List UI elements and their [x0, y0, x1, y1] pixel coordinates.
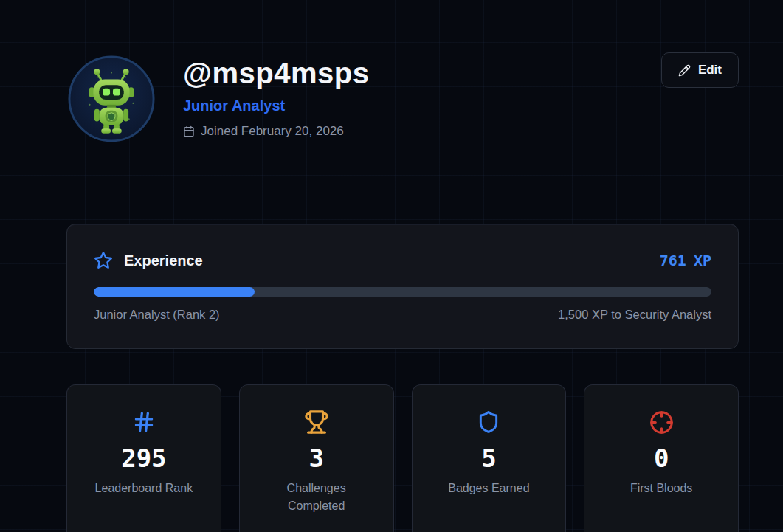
- next-rank-label: 1,500 XP to Security Analyst: [558, 308, 711, 322]
- experience-header: Experience 761XP: [94, 251, 711, 270]
- xp-progress-bar: [94, 287, 711, 297]
- stat-card: 295 Leaderboard Rank: [66, 384, 221, 532]
- experience-title: Experience: [124, 252, 203, 269]
- stat-value: 3: [240, 443, 393, 474]
- joined-date-label: Joined February 20, 2026: [201, 124, 344, 139]
- stats-grid: 295 Leaderboard Rank 3 Challenges Comple…: [66, 384, 739, 532]
- rank-title: Junior Analyst: [183, 97, 370, 114]
- star-icon: [94, 251, 113, 270]
- pencil-icon: [678, 64, 691, 77]
- stat-card: 3 Challenges Completed: [239, 384, 394, 532]
- stat-value: 5: [413, 443, 566, 474]
- stat-card: 5 Badges Earned: [412, 384, 567, 532]
- stat-card: 0 First Bloods: [584, 384, 739, 532]
- xp-progress-fill: [94, 287, 255, 297]
- calendar-icon: [183, 125, 195, 137]
- stat-label: First Bloods: [584, 480, 738, 497]
- xp-unit: XP: [694, 252, 711, 269]
- experience-footer: Junior Analyst (Rank 2) 1,500 XP to Secu…: [94, 308, 711, 322]
- current-rank-label: Junior Analyst (Rank 2): [94, 308, 220, 322]
- shield-icon: [413, 410, 566, 435]
- joined-date: Joined February 20, 2026: [183, 124, 370, 139]
- profile-header: @msp4msps Junior Analyst Joined February…: [66, 55, 739, 184]
- experience-title-group: Experience: [94, 251, 203, 270]
- xp-value: 761XP: [660, 252, 711, 269]
- trophy-icon: [240, 410, 393, 435]
- edit-button-label: Edit: [698, 63, 722, 77]
- hash-icon: [67, 410, 221, 435]
- stat-value: 295: [67, 443, 221, 474]
- experience-card: Experience 761XP Junior Analyst (Rank 2)…: [66, 224, 739, 349]
- stat-label: Badges Earned: [413, 480, 566, 497]
- crosshair-icon: [584, 410, 738, 435]
- robot-avatar-icon: [68, 55, 155, 142]
- xp-number: 761: [660, 252, 686, 269]
- stat-label: Leaderboard Rank: [67, 480, 221, 497]
- username: @msp4msps: [183, 57, 370, 89]
- profile-page: @msp4msps Junior Analyst Joined February…: [0, 0, 783, 532]
- stat-value: 0: [584, 443, 738, 474]
- edit-button[interactable]: Edit: [661, 52, 739, 88]
- identity-block: @msp4msps Junior Analyst Joined February…: [183, 55, 370, 139]
- stat-label: Challenges Completed: [240, 480, 393, 515]
- avatar: [68, 55, 155, 142]
